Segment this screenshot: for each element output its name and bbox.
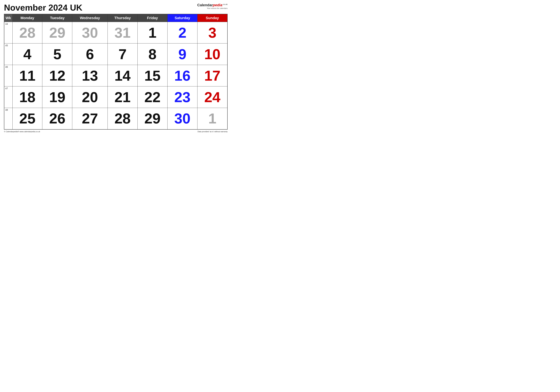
day-number: 12: [43, 66, 71, 86]
day-number: 13: [73, 66, 107, 86]
day-number: 4: [14, 44, 41, 64]
day-number: 8: [139, 44, 166, 64]
day-cell[interactable]: 18: [12, 87, 42, 108]
day-cell[interactable]: 7: [108, 43, 137, 65]
day-number: 28: [109, 108, 136, 128]
day-cell[interactable]: 23: [167, 87, 197, 108]
day-number: 25: [14, 108, 41, 128]
day-cell[interactable]: 21: [108, 87, 137, 108]
day-cell[interactable]: 30: [72, 22, 108, 43]
day-number: 18: [14, 87, 41, 107]
day-number: 10: [199, 44, 226, 64]
col-header-sunday: Sunday: [197, 14, 227, 22]
day-cell[interactable]: 5: [42, 43, 72, 65]
day-number: 21: [109, 87, 136, 107]
day-cell[interactable]: 29: [137, 108, 167, 129]
day-cell[interactable]: 16: [167, 65, 197, 87]
day-number: 14: [109, 66, 136, 86]
day-number: 11: [14, 66, 41, 86]
day-number: 29: [43, 23, 71, 43]
logo-pedia: pedia: [213, 3, 222, 7]
week-row: 4611121314151617: [4, 65, 227, 87]
week-number: 44: [4, 22, 12, 43]
logo-brand: Calendar: [197, 3, 213, 7]
col-header-thursday: Thursday: [108, 14, 137, 22]
day-number: 1: [199, 108, 226, 128]
day-number: 7: [109, 44, 136, 64]
day-number: 19: [43, 87, 71, 107]
week-number: 45: [4, 43, 12, 65]
day-cell[interactable]: 12: [42, 65, 72, 87]
week-row: 4545678910: [4, 43, 227, 65]
day-number: 16: [169, 66, 196, 86]
day-cell[interactable]: 2: [167, 22, 197, 43]
calendar-table: WkMondayTuesdayWednesdayThursdayFridaySa…: [4, 14, 228, 129]
day-number: 31: [109, 23, 136, 43]
footer-right: Data provided 'as is' without warranty: [198, 131, 228, 133]
footer-left: © Calendarpedia® www.calendarpedia.co.uk: [4, 131, 40, 133]
col-header-wk: Wk: [4, 14, 12, 22]
day-cell[interactable]: 26: [42, 108, 72, 129]
logo-subtitle: Your source for calendars: [197, 7, 228, 9]
day-cell[interactable]: 15: [137, 65, 167, 87]
header-row: WkMondayTuesdayWednesdayThursdayFridaySa…: [4, 14, 227, 22]
day-cell[interactable]: 1: [197, 108, 227, 129]
day-cell[interactable]: 1: [137, 22, 167, 43]
day-number: 30: [169, 108, 196, 128]
col-header-friday: Friday: [137, 14, 167, 22]
day-cell[interactable]: 10: [197, 43, 227, 65]
day-number: 17: [199, 66, 226, 86]
day-number: 22: [139, 87, 166, 107]
day-number: 15: [139, 66, 166, 86]
footer: © Calendarpedia® www.calendarpedia.co.uk…: [4, 131, 228, 133]
day-number: 2: [169, 23, 196, 43]
day-number: 5: [43, 44, 71, 64]
day-cell[interactable]: 28: [12, 22, 42, 43]
day-cell[interactable]: 17: [197, 65, 227, 87]
day-cell[interactable]: 9: [167, 43, 197, 65]
page-title: November 2024 UK: [4, 3, 82, 12]
day-number: 30: [73, 23, 107, 43]
day-cell[interactable]: 28: [108, 108, 137, 129]
page-header: November 2024 UK Calendarpedia.co.uk You…: [4, 3, 228, 12]
day-cell[interactable]: 27: [72, 108, 108, 129]
day-cell[interactable]: 31: [108, 22, 137, 43]
logo: Calendarpedia.co.uk Your source for cale…: [197, 3, 228, 9]
day-cell[interactable]: 24: [197, 87, 227, 108]
day-cell[interactable]: 14: [108, 65, 137, 87]
day-cell[interactable]: 25: [12, 108, 42, 129]
day-number: 6: [73, 44, 107, 64]
day-number: 1: [139, 23, 166, 43]
day-cell[interactable]: 19: [42, 87, 72, 108]
week-number: 47: [4, 87, 12, 108]
day-number: 29: [139, 108, 166, 128]
day-cell[interactable]: 4: [12, 43, 42, 65]
day-number: 23: [169, 87, 196, 107]
day-cell[interactable]: 11: [12, 65, 42, 87]
week-row: 4718192021222324: [4, 87, 227, 108]
day-number: 28: [14, 23, 41, 43]
week-number: 48: [4, 108, 12, 129]
col-header-saturday: Saturday: [167, 14, 197, 22]
day-cell[interactable]: 29: [42, 22, 72, 43]
day-cell[interactable]: 30: [167, 108, 197, 129]
day-number: 26: [43, 108, 71, 128]
day-cell[interactable]: 6: [72, 43, 108, 65]
col-header-tuesday: Tuesday: [42, 14, 72, 22]
logo-couk: .co.uk: [222, 3, 228, 5]
day-number: 9: [169, 44, 196, 64]
week-number: 46: [4, 65, 12, 87]
day-cell[interactable]: 3: [197, 22, 227, 43]
day-cell[interactable]: 20: [72, 87, 108, 108]
day-number: 24: [199, 87, 226, 107]
day-cell[interactable]: 13: [72, 65, 108, 87]
day-number: 20: [73, 87, 107, 107]
day-cell[interactable]: 22: [137, 87, 167, 108]
week-row: 4428293031123: [4, 22, 227, 43]
week-row: 482526272829301: [4, 108, 227, 129]
logo-text: Calendarpedia.co.uk: [197, 3, 228, 7]
day-number: 3: [199, 23, 226, 43]
day-cell[interactable]: 8: [137, 43, 167, 65]
col-header-monday: Monday: [12, 14, 42, 22]
col-header-wednesday: Wednesday: [72, 14, 108, 22]
